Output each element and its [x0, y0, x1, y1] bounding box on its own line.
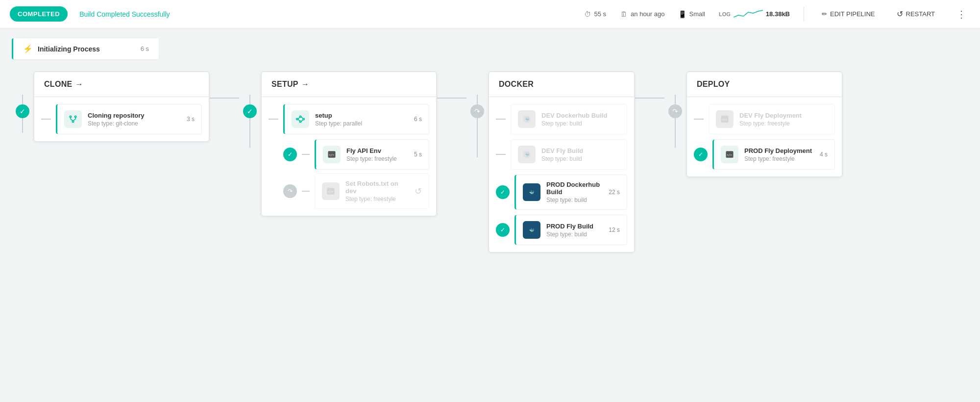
prod-fly-build-row: ✓ 🐳 PROD Fly Build — [496, 215, 627, 245]
clone-title: CLONE — [44, 80, 73, 89]
svg-text:</>: </> — [727, 153, 732, 156]
svg-text:</>: </> — [329, 153, 334, 156]
clone-bottom-vline — [22, 118, 23, 133]
connector-docker-deploy — [635, 71, 664, 99]
duration-value: 55 s — [594, 10, 607, 18]
dev-fly-build-info: DEV Fly Build Step type: build — [541, 147, 620, 162]
dev-dockerhub-row: 🐳 DEV Dockerhub Build Step type: build — [496, 104, 627, 134]
fly-api-env-type: Step type: freestyle — [346, 155, 408, 162]
robots-row: ↷ </> Set Robots.txt on d — [283, 174, 429, 209]
connector-line-2 — [437, 98, 466, 99]
docker-top-vline — [477, 95, 478, 104]
log-label: LOG — [719, 11, 731, 17]
svg-text:🐳: 🐳 — [529, 227, 535, 233]
docker-stage-wrapper: ↷ DOCKER — [466, 71, 635, 253]
prod-fly-build-icon-wrap: 🐳 — [523, 221, 540, 239]
prod-deploy-icon-wrap: </> — [721, 146, 738, 163]
dev-fly-deploy-type: Step type: freestyle — [739, 120, 828, 127]
prod-fly-build-type: Step type: build — [546, 231, 603, 238]
dev-fly-build-card[interactable]: 🐳 DEV Fly Build Step type: build — [511, 139, 627, 170]
clone-stage-status: ✓ — [12, 71, 33, 133]
prod-fly-deploy-time: 4 s — [820, 151, 828, 158]
svg-line-6 — [73, 119, 75, 121]
deploy-top-vline — [675, 95, 676, 104]
clone-status-circle: ✓ — [16, 104, 29, 118]
parallel-icon-wrap — [292, 110, 309, 128]
machine-item: 📱 Small — [678, 10, 705, 18]
git-icon-wrap — [64, 110, 82, 128]
robots-card[interactable]: </> Set Robots.txt on dev Step type: fre… — [315, 174, 429, 209]
clone-stage-header: CLONE → — [34, 72, 209, 97]
setup-bottom-vline — [249, 118, 250, 148]
prod-dockerhub-row: ✓ 🐳 PROD Dockerhub Build — [496, 175, 627, 210]
svg-text:🐳: 🐳 — [529, 190, 535, 195]
deploy-stage-body: </> DEV Fly Deployment Step type: freest… — [686, 97, 842, 177]
dev-dockerhub-icon-wrap: 🐳 — [518, 110, 536, 128]
pipeline: ✓ CLONE → — [12, 71, 968, 253]
dev-fly-build-type: Step type: build — [541, 155, 620, 162]
svg-text:🐳: 🐳 — [524, 152, 530, 157]
clone-step-row: Cloning repository Step type: git-clone … — [41, 104, 202, 134]
connector-clone-setup — [210, 71, 239, 99]
docker-stage-status: ↷ — [466, 71, 488, 157]
docker-bottom-vline — [477, 118, 478, 157]
init-time: 6 s — [141, 45, 149, 52]
dev-dockerhub-card[interactable]: 🐳 DEV Dockerhub Build Step type: build — [511, 104, 627, 134]
cloning-repo-info: Cloning repository Step type: git-clone — [88, 112, 181, 127]
docker-status-circle: ↷ — [470, 104, 484, 118]
dev-fly-deploy-hline — [694, 119, 704, 120]
robots-name: Set Robots.txt on dev — [345, 180, 409, 195]
setup-hline — [269, 119, 278, 120]
svg-point-0 — [70, 116, 71, 117]
header-meta: ⏱ 55 s 🗓 an hour ago 📱 Small LOG 18.38kB… — [584, 6, 971, 22]
prod-docker-icon: 🐳 — [527, 187, 537, 197]
parallel-icon — [295, 114, 305, 124]
duration-item: ⏱ 55 s — [584, 10, 607, 18]
prod-fly-deploy-name: PROD Fly Deployment — [744, 147, 814, 154]
svg-line-14 — [301, 120, 303, 122]
svg-point-1 — [74, 116, 76, 117]
dev-fly-build-row: 🐳 DEV Fly Build Step type: build — [496, 139, 627, 170]
prod-fly-build-card[interactable]: 🐳 PROD Fly Build Step type: build 12 s — [514, 215, 627, 245]
edit-pipeline-button[interactable]: ✏ EDIT PIPELINE — [818, 8, 879, 20]
pencil-icon: ✏ — [822, 10, 827, 18]
more-options-button[interactable]: ⋮ — [953, 6, 970, 22]
clone-stage-body: Cloning repository Step type: git-clone … — [34, 97, 209, 142]
fly-api-env-info: Fly API Env Step type: freestyle — [346, 147, 408, 162]
svg-line-11 — [298, 118, 299, 119]
log-area[interactable]: LOG 18.38kB — [719, 8, 790, 20]
setup-substeps: ✓ </> Fly API Env — [269, 139, 429, 209]
restart-button[interactable]: ↺ RESTART — [893, 7, 939, 21]
prod-fly-deploy-card[interactable]: </> PROD Fly Deployment Step type: frees… — [712, 139, 835, 170]
dev-deploy-code-icon: </> — [720, 114, 730, 124]
cloning-repo-time: 3 s — [187, 116, 195, 123]
dev-fly-icon-wrap: 🐳 — [518, 146, 536, 163]
svg-line-12 — [298, 119, 299, 121]
prod-dockerhub-card[interactable]: 🐳 PROD Dockerhub Build Step type: build … — [514, 175, 627, 210]
connector-line-1 — [210, 98, 239, 99]
svg-text:</>: </> — [328, 190, 333, 193]
dev-fly-deploy-card[interactable]: </> DEV Fly Deployment Step type: freest… — [709, 104, 835, 134]
svg-point-2 — [72, 121, 74, 122]
prod-dockerhub-status: ✓ — [496, 185, 510, 199]
dev-docker-icon: 🐳 — [522, 114, 532, 124]
dev-fly-build-name: DEV Fly Build — [541, 147, 620, 154]
fly-api-env-card[interactable]: </> Fly API Env Step type: freestyle 5 s — [315, 139, 429, 170]
fly-api-env-status: ✓ — [283, 148, 297, 161]
prod-fly-build-name: PROD Fly Build — [546, 223, 603, 230]
clone-stage-wrapper: ✓ CLONE → — [12, 71, 210, 142]
cloning-repo-card[interactable]: Cloning repository Step type: git-clone … — [56, 104, 202, 134]
setup-step-card[interactable]: setup Step type: parallel 6 s — [283, 104, 429, 134]
dev-dockerhub-type: Step type: build — [541, 120, 620, 127]
svg-line-13 — [301, 117, 303, 118]
setup-stage-status: ✓ — [239, 71, 261, 148]
restart-icon: ↺ — [897, 9, 903, 19]
dev-dockerhub-hline — [496, 119, 506, 120]
svg-point-7 — [296, 118, 298, 120]
setup-stage-wrapper: ✓ SETUP → — [239, 71, 437, 217]
robots-status: ↷ — [283, 184, 297, 198]
dev-fly-deploy-name: DEV Fly Deployment — [739, 112, 828, 119]
build-title: Build Completed Successfully — [79, 10, 170, 18]
prod-fly-build-time: 12 s — [609, 226, 620, 233]
setup-status-circle: ✓ — [243, 104, 257, 118]
